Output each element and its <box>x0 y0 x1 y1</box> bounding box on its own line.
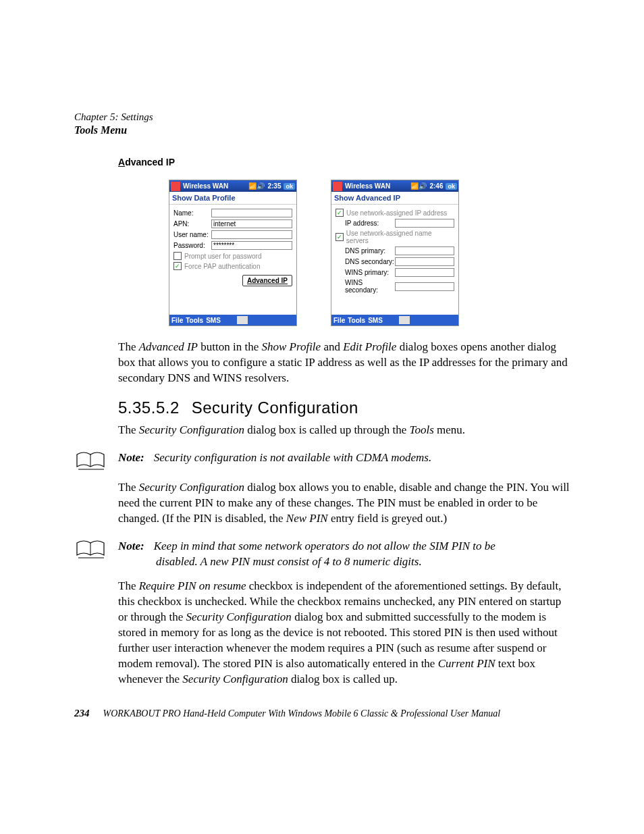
wins-primary-field[interactable] <box>395 268 454 277</box>
app-icon <box>171 182 180 191</box>
force-pap-label: Force PAP authentication <box>184 263 260 270</box>
footer-text: WORKABOUT PRO Hand-Held Computer With Wi… <box>103 708 501 719</box>
ok-button[interactable]: ok <box>284 183 295 190</box>
dns-secondary-label: DNS secondary: <box>345 258 395 265</box>
apn-label: APN: <box>173 220 211 228</box>
signal-icon: 📶 <box>410 182 419 190</box>
menu-sms[interactable]: SMS <box>206 317 221 324</box>
menu-sms[interactable]: SMS <box>368 317 383 324</box>
keyboard-icon[interactable] <box>237 316 248 324</box>
dns-secondary-field[interactable] <box>395 257 454 266</box>
paragraph-require-pin: The Require PIN on resume checkbox is in… <box>118 579 570 687</box>
prompt-label: Prompt user for password <box>184 253 262 260</box>
note-label: Note: <box>118 451 144 464</box>
password-field[interactable]: ******** <box>211 241 292 250</box>
screenshot-show-data-profile: Wireless WAN 📶 🔊 2:35 ok Show Data Profi… <box>169 180 297 326</box>
titlebar-title: Wireless WAN <box>345 182 410 190</box>
clock: 2:35 <box>267 182 281 190</box>
password-label: Password: <box>173 242 211 249</box>
menu-file[interactable]: File <box>333 317 345 324</box>
wins-primary-label: WINS primary: <box>345 269 395 276</box>
paragraph-sec-intro: The Security Configuration dialog box is… <box>118 423 570 438</box>
note-book-icon <box>74 450 108 471</box>
use-ip-checkbox[interactable]: ✓ <box>336 209 344 217</box>
ip-address-field[interactable] <box>395 219 454 228</box>
speaker-icon: 🔊 <box>419 182 427 190</box>
wins-secondary-label: WINS secondary: <box>345 279 395 294</box>
menu-file[interactable]: File <box>171 317 183 324</box>
note-book-icon <box>74 539 108 570</box>
page-footer: 234 WORKABOUT PRO Hand-Held Computer Wit… <box>74 708 570 719</box>
note-label: Note: <box>118 540 144 552</box>
name-field[interactable] <box>211 209 292 217</box>
heading-security-configuration: 5.35.5.2Security Configuration <box>118 398 570 417</box>
dns-primary-field[interactable] <box>395 246 454 255</box>
menu-tools[interactable]: Tools <box>348 317 365 324</box>
paragraph-sec-body: The Security Configuration dialog box al… <box>118 480 570 527</box>
username-field[interactable] <box>211 230 292 239</box>
bottom-bar: File Tools SMS <box>331 315 458 325</box>
page-number: 234 <box>74 708 90 719</box>
ip-address-label: IP address: <box>345 219 395 227</box>
menu-tools[interactable]: Tools <box>186 317 203 324</box>
note-cdma: Note:Security configuration is not avail… <box>74 450 570 471</box>
paragraph-advanced-ip: The Advanced IP button in the Show Profi… <box>118 340 570 386</box>
ok-button[interactable]: ok <box>446 183 457 190</box>
clock: 2:46 <box>429 182 443 190</box>
speaker-icon: 🔊 <box>257 182 265 190</box>
use-ns-label: Use network-assigned name servers <box>346 230 454 244</box>
dns-primary-label: DNS primary: <box>345 247 395 255</box>
advanced-ip-button[interactable]: Advanced IP <box>242 275 292 286</box>
wins-secondary-field[interactable] <box>395 282 454 291</box>
use-ip-label: Use network-assigned IP address <box>346 209 447 217</box>
heading-advanced-ip: Advanced IP <box>118 157 570 167</box>
titlebar: Wireless WAN 📶 🔊 2:46 ok <box>331 180 458 192</box>
sub-header: Show Advanced IP <box>331 192 458 205</box>
use-ns-checkbox[interactable]: ✓ <box>336 233 344 241</box>
bottom-bar: File Tools SMS <box>169 315 296 325</box>
note-sim-pin: Note:Keep in mind that some network oper… <box>74 539 570 570</box>
titlebar-title: Wireless WAN <box>183 182 248 190</box>
app-icon <box>333 182 342 191</box>
note-text-line2: disabled. A new PIN must consist of 4 to… <box>156 554 495 570</box>
name-label: Name: <box>173 209 211 217</box>
note-text: Security configuration is not available … <box>154 451 431 464</box>
signal-icon: 📶 <box>248 182 257 190</box>
section-label: Tools Menu <box>74 124 570 136</box>
force-pap-checkbox[interactable]: ✓ <box>173 262 182 270</box>
prompt-checkbox[interactable] <box>173 252 182 260</box>
sub-header: Show Data Profile <box>169 192 296 205</box>
keyboard-icon[interactable] <box>399 316 410 324</box>
apn-field[interactable]: internet <box>211 219 292 228</box>
screenshot-show-advanced-ip: Wireless WAN 📶 🔊 2:46 ok Show Advanced I… <box>331 180 459 326</box>
titlebar: Wireless WAN 📶 🔊 2:35 ok <box>169 180 296 192</box>
chapter-label: Chapter 5: Settings <box>74 111 570 123</box>
username-label: User name: <box>173 231 211 238</box>
note-text-line1: Keep in mind that some network operators… <box>154 540 495 552</box>
